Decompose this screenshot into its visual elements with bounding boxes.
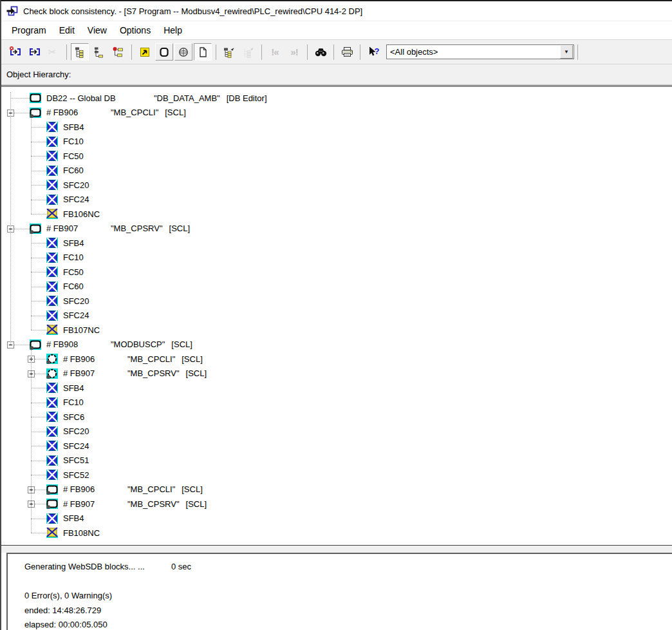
context-help-button[interactable]: ?: [364, 43, 382, 61]
check-consistency-button[interactable]: [6, 43, 24, 61]
tree-row--fb907[interactable]: # FB907"MB_CPSRV"[SCL]: [1, 367, 672, 381]
find-button[interactable]: [312, 43, 330, 61]
tree-row--fb906[interactable]: # FB906"MB_CPCLI"[SCL]: [1, 106, 672, 120]
tree-connector: [31, 243, 46, 243]
toolbar: ✂!«»!?<All objects>▼: [1, 40, 672, 64]
blue-x-block-icon: [46, 296, 58, 306]
multi-instance-block-icon: [46, 368, 58, 379]
document-icon: [196, 46, 209, 58]
menu-item-edit[interactable]: Edit: [53, 23, 81, 37]
tree-row-fc60[interactable]: FC60: [1, 164, 672, 178]
tree-row-text: SFC24: [63, 439, 89, 453]
tree-row-sfc24[interactable]: SFC24: [1, 309, 672, 323]
tree-row-sfc20[interactable]: SFC20: [1, 178, 672, 193]
call-structure-button[interactable]: [90, 43, 108, 61]
block-symbolic-name: "MB_CPCLI": [111, 108, 158, 117]
tree-row-fc10[interactable]: FC10: [1, 396, 672, 410]
fb-block-icon: [46, 484, 58, 495]
menu-item-view[interactable]: View: [81, 23, 113, 37]
network-view-button[interactable]: [174, 43, 192, 61]
block-label: SFC20: [63, 180, 89, 190]
blue-x-block-icon: [46, 426, 58, 437]
check-consistency-icon: [8, 46, 22, 58]
blue-x-block-icon: [46, 151, 58, 161]
db-block-icon: [30, 93, 41, 103]
tree-row-sfc20[interactable]: SFC20: [1, 425, 672, 439]
block-label: SFB4: [63, 122, 84, 132]
compile-button[interactable]: [25, 43, 43, 61]
block-label: # FB906: [63, 354, 127, 364]
tree-row-sfc24[interactable]: SFC24: [1, 439, 672, 453]
tree-connector: [31, 316, 46, 316]
tree-row-sfc51[interactable]: SFC51: [1, 453, 672, 468]
menu-item-options[interactable]: Options: [113, 23, 157, 37]
tree-row-fb106nc[interactable]: FB106NC: [1, 207, 672, 222]
tree-row-fb107nc[interactable]: FB107NC: [1, 323, 672, 338]
toolbar-separator: [216, 44, 216, 60]
tree-row-sfc24[interactable]: SFC24: [1, 193, 672, 207]
tree-row--fb908[interactable]: # FB908"MODBUSCP"[SCL]: [1, 338, 672, 352]
tree-row-db22-global-db[interactable]: DB22 -- Global DB"DB_DATA_AMB"[DB Editor…: [1, 91, 672, 106]
print-button[interactable]: [338, 43, 356, 61]
tree-row-sfb4[interactable]: SFB4: [1, 236, 672, 251]
tree-row-fb108nc[interactable]: FB108NC: [1, 526, 672, 540]
tree-row-text: FB107NC: [63, 323, 100, 338]
tree-connector: [31, 432, 46, 432]
source-view-button[interactable]: [194, 43, 212, 61]
tree-connector: [35, 490, 46, 490]
object-hierarchy-label: Object Hierarchy:: [6, 70, 71, 79]
dropdown-arrow-icon[interactable]: ▼: [560, 45, 573, 59]
menu-item-program[interactable]: Program: [5, 23, 53, 37]
tree-row-text: # FB906"MB_CPCLI"[SCL]: [63, 482, 203, 497]
tree-structure-icon: [73, 46, 86, 58]
output-line: elapsed: 00:00:05.050: [24, 618, 672, 630]
tree-connector: [31, 475, 46, 475]
cross-reference-button[interactable]: [109, 43, 127, 61]
tree-row--fb907[interactable]: # FB907"MB_CPSRV"[SCL]: [1, 222, 672, 236]
block-label: SFC24: [63, 441, 89, 451]
blue-x-block-icon: [46, 412, 58, 422]
block-label: FC10: [63, 253, 84, 262]
block-label: SFC24: [63, 310, 89, 320]
program-structure-button[interactable]: [71, 43, 89, 61]
tree-row--fb906[interactable]: # FB906"MB_CPCLI"[SCL]: [1, 482, 672, 497]
tree-row--fb907[interactable]: # FB907"MB_CPSRV"[SCL]: [1, 497, 672, 511]
tree-row-fc10[interactable]: FC10: [1, 135, 672, 149]
tree-row-fc50[interactable]: FC50: [1, 265, 672, 280]
block-label: SFB4: [63, 238, 84, 248]
tree-connector: [31, 156, 46, 157]
tree-row-sfc20[interactable]: SFC20: [1, 294, 672, 309]
output-text: ended: 14:48:26.729: [24, 606, 101, 615]
cross-reference-icon: [112, 46, 125, 58]
block-symbolic-name: "MB_CPCLI": [127, 354, 175, 364]
tree-row-sfb4[interactable]: SFB4: [1, 381, 672, 396]
block-label: # FB907: [63, 368, 127, 378]
expand-structure-button[interactable]: [220, 43, 238, 61]
tree-row-fc60[interactable]: FC60: [1, 280, 672, 294]
tree-row-fc10[interactable]: FC10: [1, 251, 672, 265]
block-editor-tag: [SCL]: [186, 499, 207, 509]
tree-row-fc50[interactable]: FC50: [1, 149, 672, 164]
block-symbolic-name: "DB_DATA_AMB": [154, 93, 220, 103]
tree-row-text: DB22 -- Global DB"DB_DATA_AMB"[DB Editor…: [46, 91, 267, 106]
toolbar-separator: [577, 44, 578, 60]
menu-item-help[interactable]: Help: [157, 23, 189, 37]
yellow-x-block-icon: [46, 528, 58, 538]
block-view-button[interactable]: [155, 43, 173, 61]
tree-row-sfc52[interactable]: SFC52: [1, 468, 672, 482]
tree-connector: [14, 345, 30, 345]
block-label: FC50: [63, 267, 84, 277]
tree-row-text: SFB4: [63, 511, 84, 526]
tree-row--fb906[interactable]: # FB906"MB_CPCLI"[SCL]: [1, 352, 672, 367]
object-filter-select[interactable]: <All objects>▼: [386, 44, 574, 59]
horizontal-splitter[interactable]: [1, 545, 672, 553]
tree-row-sfb4[interactable]: SFB4: [1, 120, 672, 135]
tree-row-sfc6[interactable]: SFC6: [1, 410, 672, 425]
tree-row-sfb4[interactable]: SFB4: [1, 511, 672, 526]
tree-trunk-line: [10, 92, 11, 345]
menu-bar: ProgramEditViewOptionsHelp: [1, 21, 672, 40]
go-to-block-button[interactable]: [136, 43, 154, 61]
tree-connector: [31, 446, 46, 446]
block-label: FB107NC: [63, 325, 100, 335]
app-icon: [6, 5, 19, 17]
